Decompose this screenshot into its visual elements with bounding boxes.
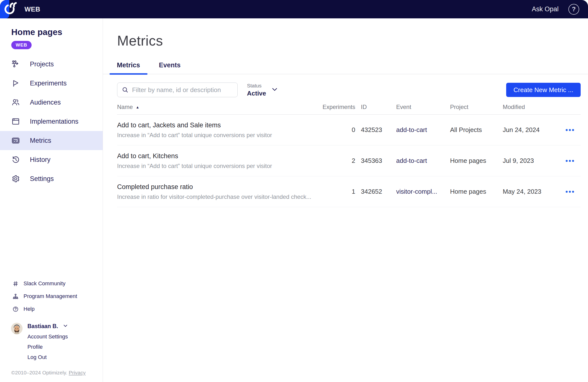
row-actions-menu-icon[interactable] bbox=[563, 127, 576, 133]
column-header-id[interactable]: ID bbox=[355, 103, 396, 110]
row-actions-menu-icon[interactable] bbox=[563, 158, 576, 164]
column-header-name[interactable]: Name ▲ bbox=[117, 103, 333, 110]
sidebar-item-implementations[interactable]: Implementations bbox=[0, 112, 103, 131]
gear-icon bbox=[11, 174, 20, 183]
metric-name[interactable]: Add to cart, Kitchens bbox=[117, 152, 333, 160]
metric-project: Home pages bbox=[450, 157, 503, 164]
people-icon bbox=[11, 98, 20, 107]
search-icon bbox=[122, 86, 129, 93]
sidebar-item-projects[interactable]: Projects bbox=[0, 55, 103, 74]
help-link[interactable]: Help bbox=[0, 303, 103, 315]
metric-description: Increase in “Add to cart” total unique c… bbox=[117, 162, 333, 169]
privacy-link[interactable]: Privacy bbox=[69, 370, 86, 375]
toolbar: Status Active Create New Metric ... bbox=[117, 82, 581, 97]
play-icon bbox=[11, 79, 20, 88]
metric-modified: Jun 24, 2024 bbox=[503, 126, 559, 134]
copyright-text: ©2010–2024 Optimizely. bbox=[11, 370, 69, 375]
chevron-down-icon bbox=[271, 86, 278, 94]
utility-link-label: Slack Community bbox=[23, 280, 65, 287]
metric-event[interactable]: add-to-cart bbox=[396, 126, 450, 134]
tab-bar: Metrics Events bbox=[103, 61, 588, 74]
question-mark-circle-icon bbox=[12, 306, 19, 312]
experiments-count: 1 bbox=[352, 188, 355, 195]
column-header-experiments[interactable]: Experiments bbox=[323, 103, 355, 110]
app-window: WEB Ask Opal ? Home pages WEB Projects E… bbox=[0, 0, 588, 382]
metrics-monitor-icon bbox=[11, 136, 20, 145]
metric-description: Increase in ratio for visitor-completed-… bbox=[117, 193, 333, 200]
sidebar-nav: Projects Experiments Audiences Implement… bbox=[0, 55, 103, 188]
sidebar-item-label: History bbox=[30, 156, 50, 163]
sidebar-item-label: Projects bbox=[30, 60, 54, 68]
flow-icon bbox=[11, 60, 20, 69]
metric-project: Home pages bbox=[450, 188, 503, 195]
metric-id: 342652 bbox=[355, 188, 396, 195]
account-settings-link[interactable]: Account Settings bbox=[27, 334, 68, 340]
metric-id: 345363 bbox=[355, 157, 396, 164]
help-icon[interactable]: ? bbox=[568, 4, 579, 15]
copyright-footer: ©2010–2024 Optimizely. Privacy bbox=[11, 370, 103, 376]
program-management-link[interactable]: Program Management bbox=[0, 290, 103, 303]
optimizely-logo-icon[interactable] bbox=[3, 1, 19, 17]
product-label: WEB bbox=[24, 5, 41, 13]
metric-id: 432523 bbox=[355, 126, 396, 134]
hash-icon bbox=[12, 280, 19, 287]
org-chart-icon bbox=[12, 293, 19, 300]
browser-icon bbox=[11, 117, 20, 126]
metrics-table: Name ▲ Experiments ID Event Project Modi… bbox=[117, 103, 581, 207]
user-block: Bastiaan B. Account Settings Profile Log… bbox=[0, 323, 103, 361]
utility-link-label: Help bbox=[23, 306, 35, 312]
sidebar-item-metrics[interactable]: Metrics bbox=[0, 131, 103, 150]
sidebar-item-experiments[interactable]: Experiments bbox=[0, 74, 103, 93]
column-header-event[interactable]: Event bbox=[396, 103, 450, 110]
column-header-project[interactable]: Project bbox=[450, 103, 503, 110]
status-filter-dropdown[interactable]: Status Active bbox=[247, 83, 278, 97]
column-header-modified[interactable]: Modified bbox=[503, 103, 559, 110]
project-name: Home pages bbox=[0, 27, 103, 37]
avatar[interactable] bbox=[11, 323, 22, 334]
sidebar-item-audiences[interactable]: Audiences bbox=[0, 93, 103, 112]
user-menu-toggle[interactable]: Bastiaan B. bbox=[27, 323, 68, 330]
table-row[interactable]: Completed purchase ratio Increase in rat… bbox=[117, 176, 581, 207]
ask-opal-button[interactable]: Ask Opal bbox=[532, 5, 559, 13]
metric-description: Increase in “Add to cart” total unique c… bbox=[117, 132, 333, 139]
log-out-link[interactable]: Log Out bbox=[27, 354, 68, 361]
slack-community-link[interactable]: Slack Community bbox=[0, 277, 103, 290]
user-name: Bastiaan B. bbox=[27, 323, 58, 330]
metric-project: All Projects bbox=[450, 126, 503, 134]
sidebar-item-settings[interactable]: Settings bbox=[0, 169, 103, 188]
experiments-count: 2 bbox=[352, 157, 355, 164]
sidebar-item-label: Implementations bbox=[30, 118, 78, 125]
sort-ascending-icon: ▲ bbox=[136, 105, 139, 109]
metric-name[interactable]: Add to cart, Jackets and Sale items bbox=[117, 121, 333, 129]
table-row[interactable]: Add to cart, Kitchens Increase in “Add t… bbox=[117, 145, 581, 176]
metric-event[interactable]: add-to-cart bbox=[396, 157, 450, 164]
table-row[interactable]: Add to cart, Jackets and Sale items Incr… bbox=[117, 115, 581, 145]
metric-modified: Jul 9, 2023 bbox=[503, 157, 559, 164]
sidebar: Home pages WEB Projects Experiments Audi… bbox=[0, 18, 103, 382]
sidebar-utility-links: Slack Community Program Management Help bbox=[0, 277, 103, 315]
metric-event[interactable]: visitor-compl... bbox=[396, 188, 450, 195]
sidebar-item-label: Metrics bbox=[30, 137, 51, 144]
row-actions-menu-icon[interactable] bbox=[563, 188, 576, 195]
create-new-metric-button[interactable]: Create New Metric ... bbox=[506, 83, 581, 97]
table-header-row: Name ▲ Experiments ID Event Project Modi… bbox=[117, 103, 581, 115]
profile-link[interactable]: Profile bbox=[27, 344, 68, 350]
status-label: Status bbox=[247, 83, 266, 89]
chevron-down-icon bbox=[63, 323, 68, 330]
history-clock-icon bbox=[11, 155, 20, 164]
tab-events[interactable]: Events bbox=[152, 61, 188, 74]
experiments-count: 0 bbox=[352, 126, 355, 134]
sidebar-item-history[interactable]: History bbox=[0, 150, 103, 169]
top-bar: WEB Ask Opal ? bbox=[0, 0, 588, 18]
project-type-badge: WEB bbox=[11, 41, 32, 49]
sidebar-item-label: Experiments bbox=[30, 80, 67, 87]
main-content: Metrics Metrics Events Status Active bbox=[103, 18, 588, 382]
status-value: Active bbox=[247, 90, 266, 97]
utility-link-label: Program Management bbox=[23, 293, 77, 300]
filter-input[interactable] bbox=[132, 86, 233, 94]
sidebar-item-label: Audiences bbox=[30, 99, 61, 106]
sidebar-item-label: Settings bbox=[30, 175, 54, 183]
filter-field[interactable] bbox=[117, 82, 238, 97]
metric-name[interactable]: Completed purchase ratio bbox=[117, 183, 333, 191]
tab-metrics[interactable]: Metrics bbox=[109, 61, 147, 74]
